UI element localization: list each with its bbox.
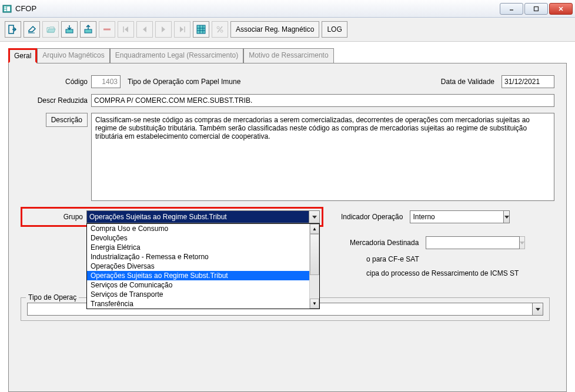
- tab-motivo-ressarcimento[interactable]: Motivo de Ressarcimento: [243, 48, 333, 63]
- descricao-button[interactable]: Descrição: [46, 113, 88, 127]
- svg-point-26: [217, 26, 219, 29]
- svg-marker-32: [536, 308, 540, 311]
- tipo-operacao-text: Tipo de Operação com Papel Imune: [128, 78, 240, 86]
- cf-sat-text: o para CF-e SAT: [366, 255, 554, 263]
- last-icon: [174, 21, 190, 38]
- grupo-option[interactable]: Operações Sujeitas ao Regime Subst.Tribu…: [87, 271, 309, 280]
- next-icon: [155, 21, 172, 38]
- svg-marker-16: [125, 26, 128, 32]
- maximize-button[interactable]: [524, 3, 548, 15]
- toolbar: Associar Reg. Magnético LOG: [0, 18, 575, 42]
- grupo-option[interactable]: Serviços de Comunicação: [87, 280, 309, 290]
- codigo-field[interactable]: [91, 75, 121, 88]
- chevron-down-icon[interactable]: [533, 303, 543, 316]
- grid-icon[interactable]: [193, 21, 209, 38]
- svg-rect-2: [4, 8, 6, 9]
- tipo-operacao-legend: Tipo de Operaç: [26, 293, 79, 301]
- assoc-reg-button[interactable]: Associar Reg. Magnético: [230, 21, 319, 38]
- svg-rect-4: [7, 6, 10, 11]
- percent-icon: [212, 21, 228, 38]
- svg-marker-19: [180, 26, 183, 32]
- svg-rect-3: [4, 10, 6, 11]
- grupo-option[interactable]: Industrialização - Remessa e Retorno: [87, 252, 309, 262]
- grupo-option[interactable]: Compra Uso e Consumo: [87, 224, 309, 233]
- tab-geral[interactable]: Geral: [8, 48, 37, 63]
- svg-marker-30: [504, 216, 509, 219]
- data-validade-field[interactable]: [502, 75, 554, 88]
- grupo-option[interactable]: Serviços de Transporte: [87, 290, 309, 299]
- grupo-label: Grupo: [24, 213, 86, 221]
- svg-rect-13: [85, 29, 92, 33]
- grupo-input[interactable]: [86, 210, 309, 223]
- grupo-option[interactable]: Operações Diversas: [87, 262, 309, 271]
- svg-rect-6: [534, 6, 539, 11]
- prev-icon: [136, 21, 153, 38]
- chevron-down-icon: [520, 236, 525, 249]
- window-title: CFOP: [15, 4, 500, 13]
- open-icon: [42, 21, 59, 38]
- import-icon[interactable]: [61, 21, 78, 38]
- indicador-op-select[interactable]: [410, 210, 510, 223]
- log-button[interactable]: LOG: [322, 21, 347, 38]
- mercadoria-input[interactable]: [426, 236, 520, 249]
- codigo-label: Código: [21, 78, 91, 86]
- grupo-option[interactable]: Transferência: [87, 299, 309, 309]
- minimize-button[interactable]: [500, 3, 523, 15]
- grupo-select[interactable]: Compra Uso e ConsumoDevoluçõesEnergia El…: [86, 210, 320, 223]
- indicador-op-label: Indicador Operação: [341, 213, 406, 221]
- tab-arquivo-magneticos[interactable]: Arquivo Magnéticos: [37, 48, 109, 63]
- descr-red-field[interactable]: [91, 94, 554, 107]
- delete-icon: [99, 21, 115, 38]
- svg-marker-29: [312, 216, 317, 219]
- export-icon[interactable]: [80, 21, 96, 38]
- grupo-option[interactable]: Devoluções: [87, 233, 309, 243]
- mercadoria-select[interactable]: [426, 236, 512, 249]
- mercadoria-label: Mercadoria Destinada: [350, 239, 422, 247]
- descr-red-label: Descr Reduzida: [21, 96, 91, 105]
- chevron-down-icon[interactable]: [309, 210, 320, 223]
- app-icon: [2, 4, 12, 14]
- exit-icon[interactable]: [5, 21, 21, 38]
- ressarc-text: cipa do processo de Ressarcimento de ICM…: [366, 269, 554, 277]
- svg-line-28: [218, 26, 222, 32]
- grupo-option[interactable]: Energia Elétrica: [87, 243, 309, 252]
- svg-marker-31: [520, 242, 524, 244]
- tab-strip: Geral Arquivo Magnéticos Enquadramento L…: [0, 42, 575, 63]
- scroll-up-icon[interactable]: ▲: [310, 224, 319, 234]
- svg-marker-18: [162, 26, 165, 32]
- svg-marker-17: [143, 26, 146, 32]
- close-button[interactable]: [549, 3, 573, 15]
- indicador-op-input[interactable]: [410, 210, 504, 223]
- svg-point-27: [220, 30, 223, 32]
- tab-enquadramento[interactable]: Enquadramento Legal (Ressarcimento): [110, 48, 243, 63]
- chevron-down-icon[interactable]: [504, 210, 510, 223]
- first-icon: [118, 21, 134, 38]
- scroll-down-icon[interactable]: ▼: [310, 299, 319, 309]
- svg-rect-21: [197, 25, 205, 33]
- data-validade-label: Data de Validade: [441, 78, 498, 86]
- titlebar: CFOP: [0, 0, 575, 18]
- tab-panel-geral: Código Tipo de Operação com Papel Imune …: [8, 63, 567, 392]
- dropdown-scrollbar[interactable]: ▲ ▼: [309, 224, 319, 309]
- grupo-dropdown: Compra Uso e ConsumoDevoluçõesEnergia El…: [86, 223, 320, 309]
- descricao-textarea[interactable]: [91, 113, 554, 201]
- svg-marker-10: [29, 26, 35, 32]
- eraser-icon[interactable]: [24, 21, 40, 38]
- svg-rect-1: [4, 6, 6, 8]
